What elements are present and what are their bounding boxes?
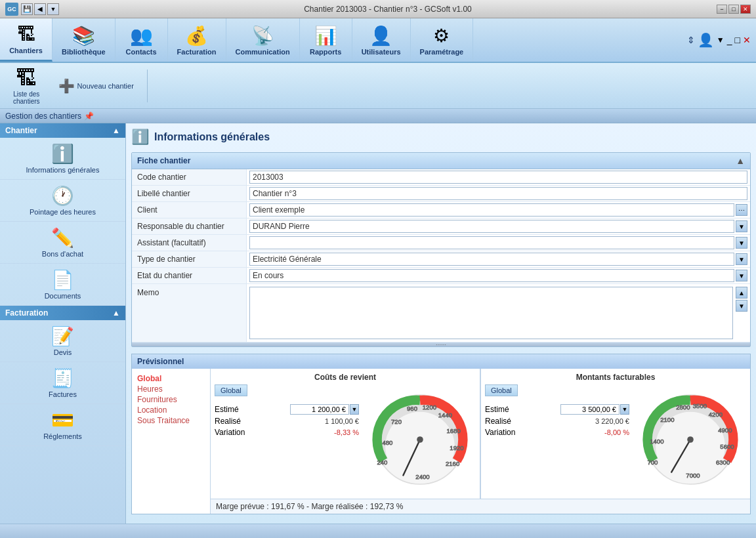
toolbar-nouveau-label: Nouveau chantier — [77, 82, 134, 90]
nav-arrow-icon[interactable]: ▼ — [717, 35, 724, 45]
chantiers-icon: 🏗 — [17, 24, 35, 45]
sidebar-item-bons[interactable]: ✏️ Bons d'achat — [0, 222, 125, 264]
sidebar-item-reglements[interactable]: 💳 Réglements — [0, 404, 125, 446]
prev-cat-location[interactable]: Location — [137, 405, 205, 415]
sidebar-collapse-chantier[interactable]: ▲ — [112, 126, 120, 135]
prev-cat-heures[interactable]: Heures — [137, 384, 205, 394]
nav-item-rapports[interactable]: 📊 Rapports — [300, 18, 352, 62]
sidebar-item-factures[interactable]: 🧾 Factures — [0, 362, 125, 404]
sidebar-item-informations[interactable]: ℹ️ Informations générales — [0, 138, 125, 180]
close-button[interactable]: ✕ — [740, 5, 751, 14]
sidebar-documents-label: Documents — [45, 292, 81, 300]
montants-global-badge: Global — [485, 384, 518, 396]
sidebar-item-devis[interactable]: 📝 Devis — [0, 320, 125, 362]
nav-expand-icon[interactable]: ⇕ — [687, 35, 695, 45]
field-assistant: ▼ — [247, 235, 750, 251]
nav-max-button[interactable]: □ — [735, 35, 740, 45]
quick-save-icon[interactable]: 💾 — [21, 3, 33, 15]
fiche-chantier-collapse[interactable]: ▲ — [736, 155, 745, 166]
minimize-button[interactable]: − — [717, 5, 727, 14]
svg-text:2800: 2800 — [676, 404, 690, 411]
gc-logo: GC — [5, 3, 18, 16]
contacts-icon: 👥 — [130, 25, 153, 47]
svg-text:2160: 2160 — [446, 460, 459, 467]
sidebar-item-pointage[interactable]: 🕐 Pointage des heures — [0, 180, 125, 222]
sidebar-collapse-facturation[interactable]: ▲ — [112, 308, 120, 318]
couts-estime-input[interactable] — [290, 404, 349, 415]
responsable-dropdown-button[interactable]: ▼ — [736, 220, 747, 232]
toolbar-liste-chantiers[interactable]: 🏗 Liste deschantiers — [5, 64, 48, 108]
facturation-label: Facturation — [177, 48, 217, 56]
quick-nav-icon[interactable]: ◀ — [34, 3, 46, 15]
rapports-icon: 📊 — [314, 25, 337, 47]
input-etat-chantier[interactable] — [249, 269, 734, 282]
prev-cat-sous-traitance[interactable]: Sous Traitance — [137, 416, 205, 425]
couts-left: Global Estimé ▼ — [215, 384, 359, 495]
memo-up-button[interactable]: ▲ — [736, 287, 747, 299]
svg-text:960: 960 — [407, 405, 417, 412]
montants-section: Montants facturables Global Estimé ▼ — [481, 369, 750, 499]
nav-user-icon: 👤 — [698, 32, 714, 48]
toolbar-liste-label: Liste deschantiers — [13, 91, 40, 105]
input-type-chantier[interactable] — [249, 253, 734, 266]
input-client[interactable] — [249, 203, 734, 217]
panel-resize-handle[interactable]: ⋯⋯ — [132, 342, 750, 346]
montants-estime-input-group: ▼ — [560, 404, 629, 415]
nav-min-button[interactable]: _ — [727, 35, 732, 45]
nav-item-utilisateurs[interactable]: 👤 Utilisateurs — [352, 18, 411, 62]
memo-down-button[interactable]: ▼ — [736, 300, 747, 312]
communication-icon: 📡 — [251, 25, 274, 47]
montants-gauge: 700 1400 2100 2800 3500 4200 4900 5600 — [635, 384, 746, 495]
contacts-label: Contacts — [126, 48, 157, 56]
title-bar: GC 💾 ◀ ▼ Chantier 2013003 - Chantier n°3… — [0, 0, 756, 18]
couts-estime-label: Estimé — [215, 405, 239, 414]
sidebar-section-chantier-label: Chantier — [5, 126, 37, 135]
window-controls: − □ ✕ — [717, 5, 751, 14]
sidebar-item-documents[interactable]: 📄 Documents — [0, 264, 125, 306]
nav-item-contacts[interactable]: 👥 Contacts — [116, 18, 168, 62]
etat-dropdown-button[interactable]: ▼ — [736, 270, 747, 281]
nav-item-facturation[interactable]: 💰 Facturation — [168, 18, 226, 62]
prev-cat-fournitures[interactable]: Fournitures — [137, 395, 205, 404]
marge-bar: Marge prévue : 191,67 % - Marge réalisée… — [211, 499, 750, 514]
input-memo[interactable] — [249, 287, 733, 339]
title-bar-left: GC 💾 ◀ ▼ — [5, 3, 59, 16]
field-code-chantier — [247, 169, 750, 186]
reglements-icon: 💳 — [51, 409, 74, 431]
couts-estime-dropdown[interactable]: ▼ — [350, 404, 359, 415]
fiche-chantier-title: Fiche chantier — [137, 156, 190, 165]
gestion-pin-icon[interactable]: 📌 — [84, 112, 94, 121]
montants-realise-row: Realisé 3 220,00 € — [485, 417, 629, 426]
devis-icon: 📝 — [51, 325, 74, 347]
montants-estime-dropdown[interactable]: ▼ — [620, 404, 629, 415]
prev-cat-global[interactable]: Global — [137, 374, 205, 383]
nav-item-parametrage[interactable]: ⚙ Paramétrage — [411, 18, 474, 62]
couts-estime-input-group: ▼ — [290, 404, 359, 415]
toolbar-nouveau-chantier[interactable]: ➕ Nouveau chantier — [53, 75, 139, 96]
nav-close-button[interactable]: ✕ — [743, 35, 751, 45]
montants-estime-input[interactable] — [560, 404, 620, 415]
nav-item-communication[interactable]: 📡 Communication — [226, 18, 300, 62]
input-libelle-chantier[interactable] — [249, 187, 747, 200]
couts-content: Global Estimé ▼ — [215, 384, 476, 495]
input-assistant[interactable] — [249, 236, 734, 249]
couts-revient-section: Coûts de revient Global Estimé ▼ — [211, 369, 480, 499]
montants-realise-value: 3 220,00 € — [595, 417, 629, 425]
nav-item-chantiers[interactable]: 🏗 Chantiers — [0, 18, 52, 62]
svg-text:2400: 2400 — [415, 473, 429, 480]
input-responsable[interactable] — [249, 220, 734, 233]
svg-text:4200: 4200 — [709, 411, 723, 418]
parametrage-icon: ⚙ — [433, 25, 450, 47]
nav-item-bibliotheque[interactable]: 📚 Bibliothèque — [52, 18, 116, 62]
quick-dropdown-icon[interactable]: ▼ — [47, 3, 59, 15]
input-code-chantier[interactable] — [249, 171, 747, 184]
type-dropdown-button[interactable]: ▼ — [736, 253, 747, 265]
window-title: Chantier 2013003 - Chantier n°3 - GCSoft… — [59, 5, 717, 14]
fiche-chantier-header: Fiche chantier ▲ — [132, 153, 750, 169]
montants-variation-value: -8,00 % — [604, 428, 629, 436]
maximize-button[interactable]: □ — [728, 5, 739, 14]
page-title: Informations générales — [154, 131, 270, 143]
assistant-dropdown-button[interactable]: ▼ — [736, 237, 747, 249]
field-libelle-chantier — [247, 186, 750, 202]
client-browse-button[interactable]: ⋯ — [736, 204, 747, 216]
